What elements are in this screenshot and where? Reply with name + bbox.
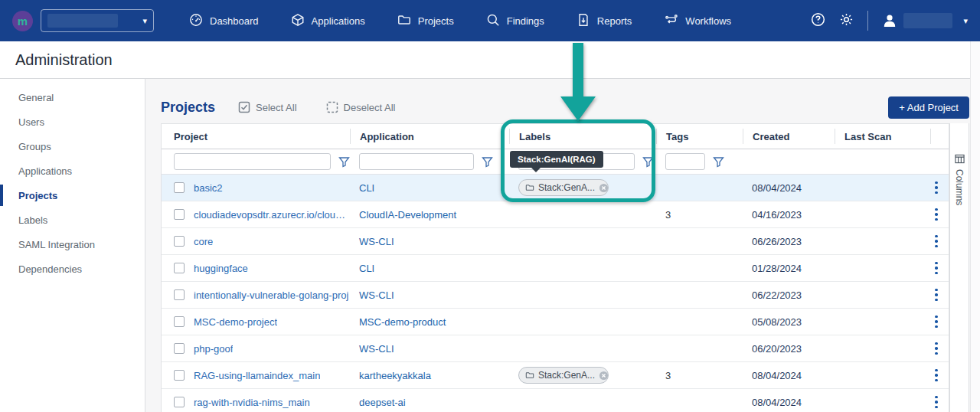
row-checkbox[interactable]	[174, 316, 185, 327]
project-link[interactable]: basic2	[194, 182, 223, 194]
remove-label-icon[interactable]	[599, 371, 609, 381]
help-icon[interactable]	[811, 12, 825, 30]
row-checkbox[interactable]	[174, 289, 185, 300]
table-row: cloudiadevopsdtr.azurecr.io/cloudia/Clou…	[162, 201, 949, 228]
nav-item-workflows[interactable]: Workflows	[664, 13, 731, 29]
label-chip[interactable]: Stack:GenA...	[518, 367, 609, 384]
application-link[interactable]: WS-CLI	[359, 343, 394, 355]
sidebar-item-projects[interactable]: Projects	[0, 183, 145, 208]
nav-item-label: Workflows	[685, 15, 731, 27]
row-menu-kebab-icon[interactable]	[930, 207, 942, 223]
application-link[interactable]: kartheekyakkala	[359, 370, 431, 381]
project-link[interactable]: core	[194, 236, 213, 247]
project-filter-input[interactable]	[174, 153, 331, 170]
nav-item-label: Findings	[507, 15, 544, 27]
column-header-last-scan[interactable]: Last Scan	[835, 129, 930, 144]
column-header-project[interactable]: Project	[162, 129, 350, 144]
row-menu-kebab-icon[interactable]	[930, 234, 942, 250]
column-header-tags[interactable]: Tags	[656, 129, 743, 144]
nav-item-label: Reports	[597, 15, 632, 27]
row-checkbox[interactable]	[174, 182, 185, 193]
columns-grid-icon	[955, 154, 965, 164]
project-link[interactable]: MSC-demo-project	[194, 316, 277, 328]
sidebar-item-saml-integration[interactable]: SAML Integration	[0, 232, 145, 257]
application-link[interactable]: deepset-ai	[359, 397, 406, 408]
username-redacted	[903, 13, 952, 28]
row-checkbox[interactable]	[174, 263, 185, 273]
row-menu-kebab-icon[interactable]	[930, 260, 942, 276]
add-project-button[interactable]: + Add Project	[888, 96, 969, 119]
table-body: basic2CLIStack:GenA...08/04/2024cloudiad…	[162, 175, 949, 412]
filter-funnel-icon[interactable]	[338, 156, 350, 168]
project-link[interactable]: intentionally-vulnerable-golang-proj	[194, 289, 348, 301]
sidebar-item-dependencies[interactable]: Dependencies	[0, 257, 145, 281]
application-filter-input[interactable]	[359, 153, 474, 170]
projects-toolbar: Projects Select All Deselect All + Add P…	[161, 96, 969, 119]
project-link[interactable]: RAG-using-llamaindex_main	[194, 370, 320, 381]
row-menu-kebab-icon[interactable]	[930, 287, 942, 303]
column-header-labels[interactable]: Labels	[509, 129, 656, 144]
column-header-created[interactable]: Created	[743, 129, 835, 144]
application-link[interactable]: CLI	[359, 182, 374, 194]
application-link[interactable]: CloudIA-Development	[359, 209, 456, 221]
nav-item-label: Dashboard	[210, 15, 259, 27]
organization-name-redacted	[47, 14, 118, 28]
row-menu-kebab-icon[interactable]	[930, 368, 942, 384]
application-link[interactable]: WS-CLI	[359, 289, 394, 301]
row-checkbox[interactable]	[174, 397, 185, 407]
columns-tab-label: Columns	[954, 169, 965, 205]
column-header-application[interactable]: Application	[350, 129, 509, 144]
row-menu-kebab-icon[interactable]	[930, 341, 942, 357]
row-checkbox[interactable]	[174, 370, 185, 381]
table-title: Projects	[161, 100, 215, 116]
main-navigation: DashboardApplicationsProjectsFindingsRep…	[189, 13, 731, 29]
filter-funnel-icon[interactable]	[482, 156, 493, 168]
row-checkbox[interactable]	[174, 236, 185, 247]
applications-cube-icon	[291, 13, 305, 29]
project-link[interactable]: cloudiadevopsdtr.azurecr.io/cloudia/	[194, 209, 350, 221]
select-all-button[interactable]: Select All	[238, 101, 296, 113]
filter-funnel-icon[interactable]	[713, 156, 724, 168]
created-date: 08/04/2024	[752, 182, 802, 194]
scrollbar-track[interactable]	[970, 41, 980, 412]
tags-filter-input[interactable]	[665, 153, 705, 170]
row-menu-kebab-icon[interactable]	[930, 180, 942, 196]
sidebar-item-labels[interactable]: Labels	[0, 208, 145, 232]
table-row: basic2CLIStack:GenA...08/04/2024	[162, 175, 949, 201]
columns-side-tab[interactable]: Columns	[949, 123, 969, 412]
application-link[interactable]: MSC-demo-product	[359, 316, 446, 328]
deselect-all-button[interactable]: Deselect All	[326, 101, 396, 113]
row-menu-kebab-icon[interactable]	[930, 394, 942, 410]
created-date: 08/04/2024	[752, 397, 802, 408]
sidebar-item-users[interactable]: Users	[0, 110, 145, 134]
nav-item-label: Applications	[312, 15, 365, 27]
nav-item-reports[interactable]: Reports	[577, 13, 632, 29]
nav-item-label: Projects	[418, 15, 454, 27]
nav-item-findings[interactable]: Findings	[486, 13, 544, 29]
organization-select[interactable]: ▾	[41, 9, 154, 32]
sidebar-item-applications[interactable]: Applications	[0, 159, 145, 183]
row-checkbox[interactable]	[174, 343, 185, 354]
created-date: 06/26/2023	[752, 236, 802, 247]
project-link[interactable]: huggingface	[194, 263, 248, 274]
sidebar-item-general[interactable]: General	[0, 85, 145, 110]
chevron-down-icon: ▾	[963, 16, 968, 26]
row-checkbox[interactable]	[174, 209, 185, 220]
settings-gear-icon[interactable]	[839, 12, 854, 30]
user-avatar-icon	[882, 13, 897, 28]
application-link[interactable]: WS-CLI	[359, 236, 394, 247]
nav-item-dashboard[interactable]: Dashboard	[189, 13, 259, 29]
filter-funnel-icon[interactable]	[642, 156, 654, 168]
label-chip[interactable]: Stack:GenA...	[518, 179, 609, 196]
project-link[interactable]: rag-with-nvidia-nims_main	[194, 397, 310, 408]
project-link[interactable]: php-goof	[194, 343, 233, 355]
dashed-checkbox-icon	[326, 101, 338, 113]
remove-label-icon[interactable]	[599, 183, 609, 193]
sidebar-item-groups[interactable]: Groups	[0, 134, 145, 159]
application-link[interactable]: CLI	[359, 263, 374, 274]
row-menu-kebab-icon[interactable]	[930, 314, 942, 330]
nav-item-projects[interactable]: Projects	[397, 13, 454, 29]
sidebar-item-label: Applications	[18, 165, 72, 177]
user-menu[interactable]: ▾	[882, 13, 968, 28]
nav-item-applications[interactable]: Applications	[291, 13, 365, 29]
